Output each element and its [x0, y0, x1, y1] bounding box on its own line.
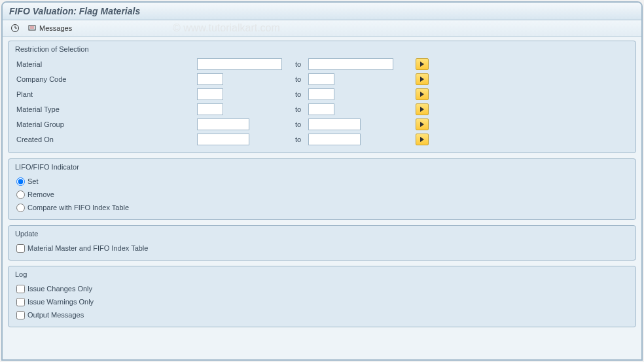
input-material-type-to[interactable]	[308, 103, 334, 115]
messages-icon	[27, 24, 37, 33]
radio-row-remove: Remove	[14, 188, 630, 201]
arrow-right-icon	[420, 92, 424, 97]
arrow-right-icon	[420, 77, 424, 82]
label-material: Material	[14, 60, 184, 68]
input-created-on-from[interactable]	[197, 134, 249, 145]
multi-select-created-on[interactable]	[416, 134, 429, 145]
radio-remove-label: Remove	[27, 190, 54, 198]
radio-set[interactable]	[16, 177, 25, 186]
title-bar: FIFO Valuation: Flag Materials	[3, 3, 641, 20]
label-material-type: Material Type	[14, 105, 184, 113]
group-log-title: Log	[14, 269, 630, 282]
page-title: FIFO Valuation: Flag Materials	[9, 6, 635, 16]
execute-button[interactable]	[8, 23, 22, 33]
check-issue-changes[interactable]	[16, 285, 25, 293]
input-material-type-from[interactable]	[197, 103, 223, 115]
clock-execute-icon	[10, 24, 20, 33]
radio-row-compare: Compare with FIFO Index Table	[14, 201, 630, 214]
toolbar: Messages © www.tutorialkart.com	[3, 20, 641, 37]
group-indicator-title: LIFO/FIFO Indicator	[14, 162, 630, 175]
check-master-index-label: Material Master and FIFO Index Table	[27, 244, 148, 252]
group-update-title: Update	[14, 228, 630, 242]
arrow-right-icon	[420, 137, 424, 142]
group-log: Log Issue Changes Only Issue Warnings On…	[8, 266, 636, 327]
input-material-from[interactable]	[197, 58, 282, 70]
check-output-messages-label: Output Messages	[27, 311, 84, 319]
input-material-group-to[interactable]	[308, 118, 361, 130]
input-company-code-from[interactable]	[197, 73, 223, 85]
label-company-code: Company Code	[14, 75, 184, 83]
input-created-on-to[interactable]	[308, 134, 361, 145]
check-row-output-messages: Output Messages	[14, 308, 630, 321]
arrow-right-icon	[420, 62, 424, 67]
check-row-issue-warnings: Issue Warnings Only	[14, 295, 630, 308]
arrow-right-icon	[420, 107, 424, 112]
multi-select-material-group[interactable]	[416, 118, 429, 130]
label-plant: Plant	[14, 90, 184, 98]
row-created-on: Created On to	[14, 132, 630, 147]
check-output-messages[interactable]	[16, 311, 25, 319]
multi-select-material-type[interactable]	[416, 103, 429, 115]
row-company-code: Company Code to	[14, 72, 630, 86]
row-plant: Plant to	[14, 87, 630, 101]
check-master-index[interactable]	[16, 244, 25, 253]
input-company-code-to[interactable]	[308, 73, 334, 85]
row-material-group: Material Group to	[14, 117, 630, 132]
radio-remove[interactable]	[16, 190, 25, 199]
radio-set-label: Set	[27, 177, 39, 185]
input-plant-from[interactable]	[197, 88, 223, 100]
input-material-group-from[interactable]	[197, 118, 249, 130]
label-material-group: Material Group	[14, 120, 184, 128]
row-material: Material to	[14, 57, 630, 71]
radio-compare[interactable]	[16, 204, 25, 212]
check-issue-changes-label: Issue Changes Only	[27, 285, 92, 293]
group-indicator: LIFO/FIFO Indicator Set Remove Compare w…	[8, 158, 636, 220]
radio-row-set: Set	[14, 175, 630, 188]
group-restriction-title: Restriction of Selection	[14, 44, 630, 57]
app-window: FIFO Valuation: Flag Materials Messages …	[1, 1, 643, 361]
check-issue-warnings[interactable]	[16, 298, 25, 306]
label-created-on: Created On	[14, 136, 184, 143]
radio-compare-label: Compare with FIFO Index Table	[27, 204, 129, 211]
multi-select-material[interactable]	[416, 58, 429, 70]
check-row-issue-changes: Issue Changes Only	[14, 282, 630, 295]
arrow-right-icon	[420, 122, 424, 127]
content-area: Restriction of Selection Material to Com…	[3, 37, 641, 336]
check-issue-warnings-label: Issue Warnings Only	[27, 298, 94, 306]
input-plant-to[interactable]	[308, 88, 334, 100]
row-material-type: Material Type to	[14, 102, 630, 117]
messages-label: Messages	[39, 24, 72, 32]
multi-select-plant[interactable]	[416, 88, 429, 100]
group-restriction: Restriction of Selection Material to Com…	[8, 41, 636, 153]
input-material-to[interactable]	[308, 58, 393, 70]
watermark-text: © www.tutorialkart.com	[173, 22, 280, 34]
check-row-master-index: Material Master and FIFO Index Table	[14, 242, 630, 255]
multi-select-company-code[interactable]	[416, 73, 429, 85]
messages-button[interactable]: Messages	[25, 23, 75, 33]
group-update: Update Material Master and FIFO Index Ta…	[8, 225, 636, 261]
